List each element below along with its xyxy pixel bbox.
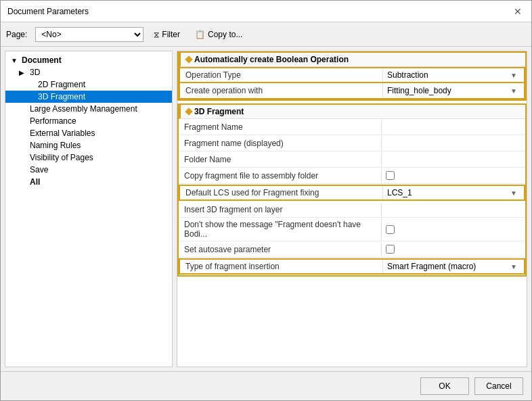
copy-icon: 📋 <box>195 30 205 39</box>
set-autosave-value[interactable] <box>382 243 525 255</box>
boolean-section: Automatically create Boolean Operation O… <box>177 51 527 101</box>
dont-show-message-row: Don't show the message "Fragment doesn't… <box>179 218 525 241</box>
filter-label: Filter <box>162 30 180 39</box>
default-lcs-value: LCS_1 ▼ <box>383 187 524 199</box>
filter-button[interactable]: ⧖ Filter <box>149 26 185 43</box>
type-fragment-select-wrapper: Smart Fragment (macro) ▼ <box>387 262 520 271</box>
default-lcs-select-wrapper: LCS_1 ▼ <box>387 188 520 197</box>
fragment-name-value[interactable] <box>382 121 525 133</box>
ok-button[interactable]: OK <box>420 377 469 395</box>
insert-fragment-label: Insert 3D fragment on layer <box>179 203 382 216</box>
fragment-section-title: 3D Fragment <box>194 107 244 116</box>
tree-item-visibilityofpages-label: Visibility of Pages <box>30 153 93 162</box>
insert-fragment-row: Insert 3D fragment on layer <box>179 202 525 218</box>
toolbar: Page: <No> ⧖ Filter 📋 Copy to... <box>1 22 531 47</box>
fragment-section-header: 3D Fragment <box>179 105 525 119</box>
fragment-name-displayed-label: Fragment name (displayed) <box>179 137 382 150</box>
tree-item-3dfragment[interactable]: 3D Fragment <box>5 91 172 103</box>
fragment-name-displayed-input[interactable] <box>386 139 521 148</box>
boolean-section-header: Automatically create Boolean Operation <box>179 53 525 67</box>
filter-icon: ⧖ <box>154 30 159 39</box>
tree-item-namingrules[interactable]: Naming Rules <box>5 139 172 151</box>
default-lcs-label: Default LCS used for Fragment fixing <box>180 186 383 199</box>
operation-type-label: Operation Type <box>180 68 383 82</box>
boolean-section-title: Automatically create Boolean Operation <box>194 55 349 64</box>
dont-show-message-checkbox[interactable] <box>386 225 395 234</box>
type-fragment-text: Smart Fragment (macro) <box>387 262 476 271</box>
copy-fragment-value[interactable] <box>382 170 525 181</box>
copy-fragment-checkbox[interactable] <box>386 171 395 180</box>
set-autosave-row: Set autosave parameter <box>179 241 525 258</box>
close-button[interactable]: ✕ <box>511 5 525 18</box>
insert-fragment-input[interactable] <box>386 205 521 214</box>
tree-item-namingrules-label: Naming Rules <box>30 141 81 150</box>
tree-item-performance-label: Performance <box>30 116 76 126</box>
create-operation-row: Create operation with Fitting_hole_body … <box>179 83 525 99</box>
page-label: Page: <box>6 30 27 39</box>
copy-fragment-row: Copy fragment file to assembly folder <box>179 168 525 184</box>
folder-name-input[interactable] <box>386 155 521 164</box>
create-operation-select-wrapper: Fitting_hole_body ▼ <box>387 86 520 95</box>
operation-type-value: Subtraction ▼ <box>383 69 524 81</box>
tree-item-2dfragment[interactable]: 2D Fragment <box>5 78 172 91</box>
tree-item-all-label: All <box>30 177 40 187</box>
footer: OK Cancel <box>1 371 531 400</box>
fragment-name-row: Fragment Name <box>179 119 525 135</box>
dont-show-message-label: Don't show the message "Fragment doesn't… <box>179 218 382 241</box>
dropdown-arrow-icon: ▼ <box>510 72 520 79</box>
copy-fragment-label: Copy fragment file to assembly folder <box>179 169 382 183</box>
tree-item-3d[interactable]: ▶ 3D <box>5 66 172 78</box>
create-operation-label: Create operation with <box>180 84 383 97</box>
tree-panel: ▼ Document ▶ 3D 2D Fragment 3D Fragment <box>5 51 173 367</box>
set-autosave-label: Set autosave parameter <box>179 243 382 256</box>
copy-to-button[interactable]: 📋 Copy to... <box>190 26 247 43</box>
default-lcs-row: Default LCS used for Fragment fixing LCS… <box>179 185 525 201</box>
tree-item-label: Document <box>22 55 62 65</box>
tree-item-3d-label: 3D <box>30 68 40 77</box>
type-fragment-label: Type of fragment insertion <box>180 260 383 273</box>
dialog-window: Document Parameters ✕ Page: <No> ⧖ Filte… <box>0 0 532 401</box>
folder-name-value[interactable] <box>382 154 525 166</box>
tree-item-document[interactable]: ▼ Document <box>5 54 172 66</box>
tree-item-visibilityofpages[interactable]: Visibility of Pages <box>5 151 172 164</box>
right-panel: Automatically create Boolean Operation O… <box>177 51 527 367</box>
create-operation-text: Fitting_hole_body <box>387 86 451 95</box>
operation-type-row: Operation Type Subtraction ▼ <box>179 67 525 83</box>
page-dropdown[interactable]: <No> <box>35 27 143 42</box>
operation-type-text: Subtraction <box>387 70 428 80</box>
folder-name-row: Folder Name <box>179 151 525 168</box>
type-fragment-value: Smart Fragment (macro) ▼ <box>383 260 524 273</box>
tree-item-largeassembly[interactable]: Large Assembly Management <box>5 103 172 115</box>
fragment-name-displayed-value[interactable] <box>382 137 525 149</box>
fragment-section: 3D Fragment Fragment Name Fragment name … <box>177 103 527 277</box>
dont-show-message-value[interactable] <box>382 224 525 235</box>
dropdown-arrow-lcs: ▼ <box>510 189 520 197</box>
tree-item-all[interactable]: All <box>5 176 172 188</box>
expand-arrow: ▼ <box>11 57 19 64</box>
title-bar: Document Parameters ✕ <box>1 1 531 22</box>
folder-name-label: Folder Name <box>179 153 382 166</box>
tree-item-3dfragment-label: 3D Fragment <box>38 92 85 101</box>
diamond-icon2 <box>185 108 192 115</box>
fragment-name-displayed-row: Fragment name (displayed) <box>179 135 525 151</box>
default-lcs-text: LCS_1 <box>387 188 412 197</box>
set-autosave-checkbox[interactable] <box>386 245 395 254</box>
copy-label: Copy to... <box>208 30 242 39</box>
cancel-button[interactable]: Cancel <box>474 377 523 395</box>
insert-fragment-value[interactable] <box>382 204 525 216</box>
type-fragment-row: Type of fragment insertion Smart Fragmen… <box>179 258 525 275</box>
content-area: ▼ Document ▶ 3D 2D Fragment 3D Fragment <box>1 47 531 371</box>
tree-item-externalvariables[interactable]: External Variables <box>5 127 172 139</box>
tree-item-save-label: Save <box>30 165 48 174</box>
dropdown-arrow-icon2: ▼ <box>510 87 520 95</box>
fragment-name-input[interactable] <box>386 122 521 132</box>
expand-arrow-3d: ▶ <box>19 69 27 76</box>
operation-type-select-wrapper: Subtraction ▼ <box>387 70 520 80</box>
tree-item-performance[interactable]: Performance <box>5 115 172 127</box>
dropdown-arrow-type: ▼ <box>510 263 520 270</box>
create-operation-value: Fitting_hole_body ▼ <box>383 85 524 97</box>
tree-item-externalvariables-label: External Variables <box>30 128 95 138</box>
tree-item-save[interactable]: Save <box>5 164 172 176</box>
diamond-icon <box>185 55 192 63</box>
tree-item-2dfragment-label: 2D Fragment <box>38 80 85 89</box>
